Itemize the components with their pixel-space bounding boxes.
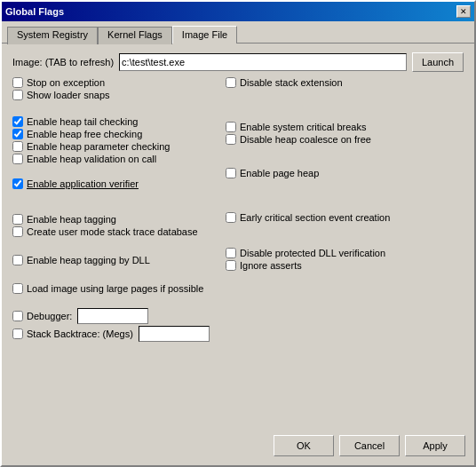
checkbox-disable-heap-coalesce[interactable]: Disable heap coalesce on free xyxy=(226,134,464,145)
tab-system-registry[interactable]: System Registry xyxy=(7,27,98,44)
checkbox-debugger[interactable]: Debugger: xyxy=(12,311,72,321)
left-section-1: Stop on exception Show loader snaps xyxy=(12,77,217,100)
stack-backtrace-input[interactable] xyxy=(139,326,210,342)
right-section-5: Disable protected DLL verification Ignor… xyxy=(226,248,464,271)
checkbox-disable-stack-extension[interactable]: Disable stack extension xyxy=(226,77,464,88)
checkbox-user-mode-stack-trace[interactable]: Create user mode stack trace database xyxy=(12,226,217,237)
left-column: Stop on exception Show loader snaps Enab… xyxy=(12,77,217,342)
debugger-input[interactable] xyxy=(77,308,148,324)
title-bar: Global Flags ✕ xyxy=(2,2,474,21)
window-title: Global Flags xyxy=(5,6,64,17)
window-controls: ✕ xyxy=(456,5,471,18)
apply-button[interactable]: Apply xyxy=(405,435,465,456)
checkbox-heap-tagging-dll[interactable]: Enable heap tagging by DLL xyxy=(12,255,217,265)
checkbox-heap-parameter-checking[interactable]: Enable heap parameter checking xyxy=(12,141,217,152)
image-input[interactable] xyxy=(119,53,407,71)
left-section-2: Enable heap tail checking Enable heap fr… xyxy=(12,116,217,164)
checkbox-heap-free-checking[interactable]: Enable heap free checking xyxy=(12,129,217,139)
left-section-5: Enable heap tagging by DLL xyxy=(12,255,217,265)
global-flags-window: Global Flags ✕ System Registry Kernel Fl… xyxy=(0,0,476,467)
right-section-2: Enable system critical breaks Disable he… xyxy=(226,122,464,145)
image-row: Image: (TAB to refresh) Launch xyxy=(12,52,464,72)
checkbox-stop-on-exception[interactable]: Stop on exception xyxy=(12,77,217,88)
checkbox-heap-tail-checking[interactable]: Enable heap tail checking xyxy=(12,116,217,127)
left-section-4: Enable heap tagging Create user mode sta… xyxy=(12,214,217,237)
checkbox-show-loader-snaps[interactable]: Show loader snaps xyxy=(12,90,217,100)
launch-button[interactable]: Launch xyxy=(412,52,464,72)
checkbox-system-critical-breaks[interactable]: Enable system critical breaks xyxy=(226,122,464,132)
right-section-4: Early critical section event creation xyxy=(226,212,464,223)
checkbox-ignore-asserts[interactable]: Ignore asserts xyxy=(226,260,464,271)
image-label: Image: (TAB to refresh) xyxy=(12,57,114,67)
checkbox-disable-protected-dll[interactable]: Disable protected DLL verification xyxy=(226,248,464,258)
right-section-3: Enable page heap xyxy=(226,168,464,178)
footer-buttons: OK Cancel Apply xyxy=(274,435,465,456)
main-content: Image: (TAB to refresh) Launch Stop on e… xyxy=(2,44,474,351)
left-section-3: Enable application verifier xyxy=(12,178,217,189)
checkbox-stack-backtrace[interactable]: Stack Backtrace: (Megs) xyxy=(12,328,133,339)
checkbox-early-critical-section[interactable]: Early critical section event creation xyxy=(226,212,464,223)
main-two-col: Stop on exception Show loader snaps Enab… xyxy=(12,77,464,342)
tab-image-file[interactable]: Image File xyxy=(172,26,237,44)
close-button[interactable]: ✕ xyxy=(456,5,471,18)
stack-backtrace-row: Stack Backtrace: (Megs) xyxy=(12,326,217,342)
checkbox-enable-page-heap[interactable]: Enable page heap xyxy=(226,168,464,178)
right-section-1: Disable stack extension xyxy=(226,77,464,88)
debugger-row: Debugger: xyxy=(12,308,217,324)
left-section-6: Load image using large pages if possible xyxy=(12,283,217,294)
cancel-button[interactable]: Cancel xyxy=(339,435,400,456)
right-column: Disable stack extension Enable system cr… xyxy=(226,77,464,342)
checkbox-app-verifier[interactable]: Enable application verifier xyxy=(12,178,217,189)
tab-kernel-flags[interactable]: Kernel Flags xyxy=(98,27,172,44)
tab-bar: System Registry Kernel Flags Image File xyxy=(2,21,474,44)
checkbox-heap-validation-on-call[interactable]: Enable heap validation on call xyxy=(12,154,217,164)
checkbox-large-pages[interactable]: Load image using large pages if possible xyxy=(12,283,217,294)
ok-button[interactable]: OK xyxy=(274,435,334,456)
checkbox-heap-tagging[interactable]: Enable heap tagging xyxy=(12,214,217,225)
